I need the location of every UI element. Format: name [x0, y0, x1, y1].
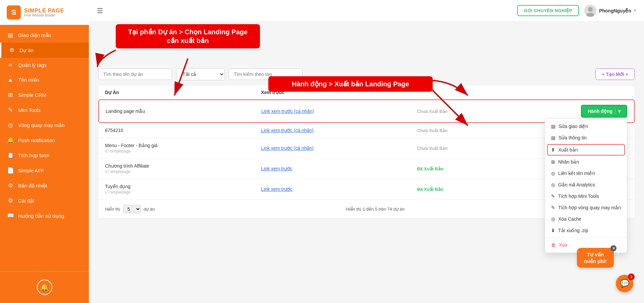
tag-icon: 🏷 [105, 169, 109, 174]
form-icon: 📋 [7, 152, 14, 159]
dropdown-nhan-ban[interactable]: ⊞ Nhân bản [545, 156, 627, 168]
project-name: Menu - Footer - Bảng giá 🏷 simplepage [105, 143, 261, 154]
row-title: 8754210 [105, 128, 261, 133]
project-name: 8754210 [105, 128, 261, 133]
size-label: dự án [144, 207, 155, 212]
status-badge: Chưa Xuất Bản [417, 146, 534, 151]
dropdown-item-label: Tích hợp Mini Tools [558, 193, 599, 199]
link-domain-icon: ◎ [551, 171, 555, 176]
preview-link[interactable]: Link xem trước [261, 166, 417, 171]
spin-icon: ◎ [7, 122, 14, 129]
create-button[interactable]: + Tạo Mới + [595, 69, 635, 80]
sidebar-item-du-an[interactable]: ⚙ Dự án [0, 43, 89, 58]
col-action [534, 90, 628, 95]
dropdown-item-label: Tích hợp vòng quay may mắn [558, 205, 621, 210]
sidebar-item-ban-do-nhiet[interactable]: ⚙ Bản đồ nhiệt [0, 178, 89, 193]
edit-ui-icon: ▤ [551, 124, 555, 129]
sidebar-logo: S SIMPLE PAGE Free Website Builder [0, 0, 89, 25]
preview-link[interactable]: Link xem trước [261, 186, 417, 192]
spin-wheel-icon: ✎ [551, 205, 555, 210]
publish-icon: ⬆ [551, 147, 555, 153]
sidebar-item-label: Hướng dẫn sử dụng [18, 213, 64, 219]
projects-table: Dự Án Xem trước Landing page mẫu Link xe… [98, 86, 635, 218]
chevron-down-icon: ▾ [634, 8, 636, 13]
consult-close-button[interactable]: ✕ [610, 245, 616, 251]
action-button[interactable]: Hành động ▾ [581, 105, 627, 118]
preview-link-text[interactable]: Link xem trước [261, 166, 292, 171]
sidebar-item-label: Giao diện mẫu [18, 32, 51, 38]
dropdown-gan-analytics[interactable]: ◎ Gắn mã Analytics [545, 179, 627, 190]
preview-link-text[interactable]: Link xem trước (cá nhân) [261, 109, 314, 114]
sidebar-item-cai-dat[interactable]: ⚙ Cài đặt [0, 193, 89, 208]
consult-label: Tư vấn miễn phí! [584, 252, 606, 264]
sidebar-item-tich-hop-form[interactable]: 📋 Tích hợp form [0, 148, 89, 163]
consult-box[interactable]: ✕ Tư vấn miễn phí! [577, 248, 614, 268]
clone-icon: ⊞ [551, 159, 555, 165]
preview-link-text[interactable]: Link xem trước (cá nhân) [261, 128, 314, 133]
dropdown-sua-thong-tin[interactable]: ▤ Sửa thông tin [545, 132, 627, 143]
row-sub: 🏷 simplepage [105, 190, 261, 194]
edit-info-icon: ▤ [551, 135, 555, 140]
sidebar-item-push-notification[interactable]: 🔔 Push notification [0, 133, 89, 148]
preview-link-text[interactable]: Link xem trước (cá nhân) [261, 145, 314, 151]
dropdown-item-label: Gắn mã Analytics [558, 182, 595, 187]
upgrade-button[interactable]: GÓI CHUYÊN NGHIỆP [517, 5, 579, 16]
chevron-action-icon: ▾ [618, 109, 621, 114]
chat-bubble[interactable]: 💬 3 [616, 275, 633, 292]
col-status [417, 90, 534, 95]
dropdown-tich-hop-vong-quay[interactable]: ✎ Tích hợp vòng quay may mắn [545, 202, 627, 213]
tags-icon: ≡ [7, 62, 14, 69]
sidebar-bottom: 🔔 [0, 271, 89, 303]
download-icon: ⬇ [551, 228, 555, 233]
action-col: Hành động ▾ ▤ Sửa giao diện ▤ Sửa thông … [534, 105, 627, 118]
project-name: Tuyển dụng 🏷 simplepage [105, 184, 261, 194]
tools-icon: ✎ [7, 106, 14, 114]
dropdown-tich-hop-mini-tools[interactable]: ✎ Tích hợp Mini Tools [545, 190, 627, 202]
project-name: Chương trình Affiliate 🏷 simplepage [105, 163, 261, 174]
divider [615, 109, 615, 114]
sidebar-item-vong-quay[interactable]: ◎ Vòng quay may mắn [0, 118, 89, 133]
status-badge: Chưa Xuất Bản [417, 109, 534, 114]
annotation-box-1: Tại phần Dự án > Chọn Landing Page cần x… [116, 24, 260, 48]
filter-select[interactable]: Tất cả Đã xuất bản Chưa xuất bản [176, 68, 225, 80]
preview-link[interactable]: Link xem trước (cá nhân) [261, 128, 417, 133]
notification-bell[interactable]: 🔔 [37, 279, 52, 295]
row-title: Landing page mẫu [106, 109, 261, 114]
header-left: ☰ [97, 7, 103, 15]
preview-link-text[interactable]: Link xem trước [261, 186, 292, 192]
dropdown-tai-xuong[interactable]: ⬇ Tải xuống .zip [545, 225, 627, 236]
sidebar-item-mini-tools[interactable]: ✎ Mini Tools [0, 102, 89, 118]
dropdown-lien-ket-ten-mien[interactable]: ◎ Liên kết tên miền [545, 168, 627, 179]
preview-link[interactable]: Link xem trước (cá nhân) [261, 109, 417, 114]
chat-icon: 💬 [620, 279, 629, 288]
dropdown-xuat-ban[interactable]: ⬆ Xuất bản [547, 144, 625, 156]
status-badge: Chưa Xuất Bản [417, 128, 534, 133]
hamburger-menu[interactable]: ☰ [97, 7, 103, 15]
dropdown-item-label: Xuất bản [558, 147, 578, 153]
sidebar-item-quan-ly-tags[interactable]: ≡ Quản lý tags [0, 58, 89, 73]
dropdown-xoa-cache[interactable]: ◎ Xóa Cache [545, 213, 627, 225]
sidebar-item-label: Vòng quay may mắn [18, 122, 64, 128]
sidebar-item-simple-aff[interactable]: 📄 Simple AFF [0, 163, 89, 178]
row-title: Chương trình Affiliate [105, 163, 261, 169]
sidebar-item-label: Quản lý tags [18, 62, 47, 68]
sidebar-item-ten-mien[interactable]: ▲ Tên miền [0, 73, 89, 87]
pagination-info: Hiển thị 1 đến 5 trên 74 dự án [346, 207, 405, 212]
sidebar-bell-area: 🔔 [0, 275, 89, 299]
sidebar-item-simple-crm[interactable]: ⊞ Simple CRM [0, 87, 89, 102]
dropdown-sua-giao-dien[interactable]: ▤ Sửa giao diện [545, 121, 627, 132]
aff-icon: 📄 [7, 167, 14, 174]
preview-link[interactable]: Link xem trước (cá nhân) [261, 145, 417, 151]
sidebar-item-huong-dan[interactable]: 📖 Hướng dẫn sử dụng [0, 208, 89, 223]
search-input[interactable] [98, 69, 172, 80]
analytics-icon: ◎ [551, 182, 555, 187]
heatmap-icon: ⚙ [7, 182, 14, 189]
dropdown-item-label: Sửa giao diện [558, 124, 588, 129]
dropdown-item-label: Tải xuống .zip [558, 228, 588, 233]
row-title: Menu - Footer - Bảng giá [105, 143, 261, 148]
sidebar-item-giao-dien-mau[interactable]: ▤ Giao diện mẫu [0, 28, 89, 43]
table-row: Landing page mẫu Link xem trước (cá nhân… [98, 99, 635, 123]
user-info[interactable]: PhongNguyễn ▾ [584, 5, 636, 17]
page-size-dropdown[interactable]: 5 10 20 [123, 205, 141, 213]
show-label: Hiển thị [105, 207, 120, 212]
